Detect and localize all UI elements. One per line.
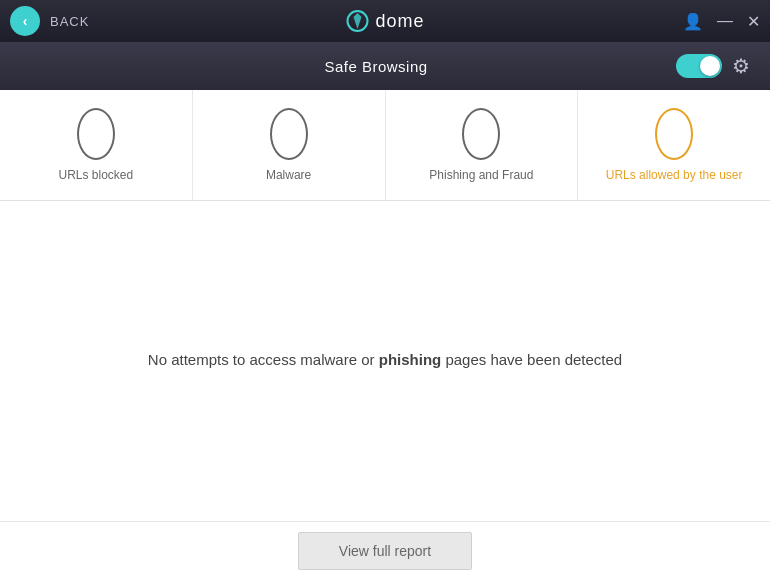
toggle-container: ⚙ xyxy=(676,54,750,78)
no-detection-message: No attempts to access malware or phishin… xyxy=(148,349,622,372)
back-button[interactable]: ‹ xyxy=(10,6,40,36)
urls-blocked-label: URLs blocked xyxy=(59,168,134,184)
page-title: Safe Browsing xyxy=(76,58,676,75)
title-bar-controls: 👤 — ✕ xyxy=(683,12,760,31)
phishing-zero xyxy=(462,108,500,160)
malware-zero xyxy=(270,108,308,160)
header-bar: Safe Browsing ⚙ xyxy=(0,42,770,90)
title-bar-left: ‹ BACK xyxy=(10,6,89,36)
allowed-label: URLs allowed by the user xyxy=(606,168,743,184)
stat-urls-blocked: URLs blocked xyxy=(0,90,193,200)
logo-icon xyxy=(345,9,369,33)
close-button[interactable]: ✕ xyxy=(747,12,760,31)
stat-allowed: URLs allowed by the user xyxy=(578,90,770,200)
main-content: No attempts to access malware or phishin… xyxy=(0,201,770,521)
title-bar: ‹ BACK dome 👤 — ✕ xyxy=(0,0,770,42)
view-full-report-button[interactable]: View full report xyxy=(298,532,472,570)
toggle-knob xyxy=(700,56,720,76)
bottom-area: View full report xyxy=(0,521,770,570)
stat-malware: Malware xyxy=(193,90,386,200)
malware-label: Malware xyxy=(266,168,311,184)
minimize-button[interactable]: — xyxy=(717,12,733,30)
back-arrow-icon: ‹ xyxy=(23,13,28,29)
back-label: BACK xyxy=(50,14,89,29)
stats-row: URLs blocked Malware Phishing and Fraud … xyxy=(0,90,770,201)
settings-gear-icon[interactable]: ⚙ xyxy=(732,54,750,78)
allowed-zero xyxy=(655,108,693,160)
urls-blocked-zero xyxy=(77,108,115,160)
stat-phishing: Phishing and Fraud xyxy=(386,90,579,200)
user-icon[interactable]: 👤 xyxy=(683,12,703,31)
phishing-bold: phishing xyxy=(379,351,442,368)
safe-browsing-toggle[interactable] xyxy=(676,54,722,78)
phishing-label: Phishing and Fraud xyxy=(429,168,533,184)
logo-text: dome xyxy=(375,11,424,32)
logo-area: dome xyxy=(345,9,424,33)
